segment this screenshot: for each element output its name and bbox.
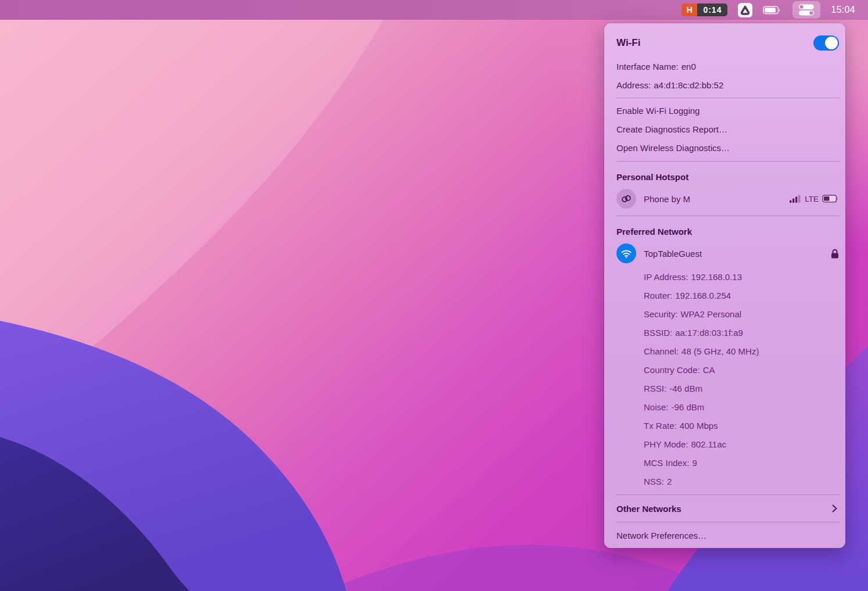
triangle-app-menu-icon[interactable]: [738, 3, 752, 17]
interface-name-value: en0: [682, 62, 696, 71]
divider: [616, 161, 840, 162]
detail-row: BSSID:aa:17:d8:03:1f:a9: [616, 323, 840, 342]
divider: [616, 522, 840, 522]
menu-item-enable-wifi-logging[interactable]: Enable Wi-Fi Logging: [616, 101, 840, 120]
menu-bar: H 0:14 15:04: [0, 0, 868, 20]
detail-row: Tx Rate:400 Mbps: [616, 416, 840, 435]
chevron-right-icon: [829, 503, 840, 514]
battery-menu-icon[interactable]: [763, 6, 782, 15]
mac-address-value: a4:d1:8c:d2:bb:52: [654, 80, 723, 90]
toggle-knob: [825, 37, 838, 49]
wifi-toggle[interactable]: [813, 35, 839, 51]
divider: [616, 98, 840, 98]
control-center-icon[interactable]: [792, 1, 820, 19]
detail-row: Router:192.168.0.254: [616, 286, 840, 305]
other-networks-row[interactable]: Other Networks: [616, 500, 840, 517]
signal-strength-icon: [790, 195, 801, 203]
detail-row: MCS Index:9: [616, 453, 840, 472]
hotspot-device-name: Phone by M: [644, 194, 690, 204]
panel-title: Wi-Fi: [616, 37, 640, 49]
hotspot-status: LTE: [790, 195, 840, 203]
wifi-icon: [616, 243, 636, 263]
hotspot-device-row[interactable]: Phone by M LTE: [616, 188, 840, 209]
lock-icon: [830, 248, 840, 259]
detail-row: IP Address:192.168.0.13: [616, 267, 840, 286]
toggles-icon: [798, 3, 815, 17]
personal-hotspot-header: Personal Hotspot: [616, 168, 840, 185]
wifi-menu-panel: Wi-Fi Interface Name: en0 Address: a4:d1…: [604, 23, 845, 548]
mac-address-label: Address:: [616, 80, 651, 90]
detail-row: NSS:2: [616, 472, 840, 490]
network-name: TopTableGuest: [644, 249, 702, 259]
preferred-network-header: Preferred Network: [616, 223, 840, 240]
app-badge-h: H: [682, 3, 697, 16]
menu-item-open-wireless-diagnostics[interactable]: Open Wireless Diagnostics…: [616, 138, 840, 157]
interface-name-row: Interface Name: en0: [616, 57, 840, 76]
timer-status-item[interactable]: H 0:14: [682, 3, 727, 16]
interface-info: Interface Name: en0 Address: a4:d1:8c:d2…: [616, 57, 840, 94]
preferred-network-row[interactable]: TopTableGuest: [616, 243, 840, 264]
detail-row: Country Code:CA: [616, 360, 840, 379]
diagnostics-actions: Enable Wi-Fi Logging Create Diagnostics …: [616, 101, 840, 157]
network-preferences-row[interactable]: Network Preferences…: [616, 526, 840, 544]
network-preferences-label: Network Preferences…: [616, 531, 706, 540]
network-details: IP Address:192.168.0.13 Router:192.168.0…: [616, 267, 840, 490]
device-battery-icon: [822, 195, 840, 203]
detail-row: Channel:48 (5 GHz, 40 MHz): [616, 342, 840, 360]
other-networks-label: Other Networks: [616, 504, 682, 514]
detail-row: Noise:-96 dBm: [616, 397, 840, 416]
triangle-icon: [740, 5, 751, 15]
battery-icon: [763, 6, 782, 15]
divider: [616, 216, 840, 216]
menu-bar-clock[interactable]: 15:04: [831, 5, 855, 15]
cellular-network-label: LTE: [805, 195, 819, 203]
network-security: [830, 248, 840, 259]
detail-row: RSSI:-46 dBm: [616, 379, 840, 397]
detail-row: PHY Mode:802.11ac: [616, 435, 840, 453]
menu-item-create-diagnostics-report[interactable]: Create Diagnostics Report…: [616, 120, 840, 138]
timer-value: 0:14: [697, 3, 727, 16]
divider: [616, 495, 840, 495]
mac-address-row: Address: a4:d1:8c:d2:bb:52: [616, 76, 840, 94]
detail-row: Security:WPA2 Personal: [616, 305, 840, 323]
hotspot-icon: [616, 189, 636, 209]
interface-name-label: Interface Name:: [616, 62, 679, 71]
